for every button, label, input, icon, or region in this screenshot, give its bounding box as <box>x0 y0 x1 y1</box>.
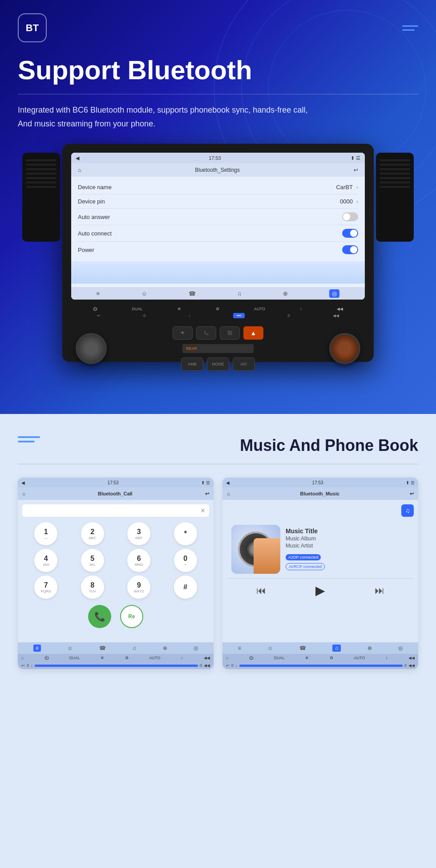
phone-icon[interactable]: ☎ <box>189 290 196 297</box>
power-row[interactable]: Power <box>78 242 358 258</box>
track-title: Music Title <box>286 527 409 535</box>
call-status-icons: ⬆ ☰ <box>201 480 210 485</box>
car-btn-2[interactable]: 📞 <box>196 326 216 340</box>
call-phone-icon[interactable]: ☎ <box>99 645 106 651</box>
cl-recirc[interactable]: ♻ <box>125 656 129 660</box>
call-menu-icon[interactable]: ≡ <box>33 645 41 652</box>
contacts-icon[interactable]: ☺ <box>141 290 147 297</box>
call-back-icon[interactable]: ↩ <box>205 491 209 497</box>
left-knob[interactable] <box>76 333 107 364</box>
screen-settings-list: Device name CarBT › Device pin 0000 › <box>71 177 365 261</box>
settings-icon[interactable]: ◎ <box>329 289 339 298</box>
bluetooth-call-card: ◀ 17:53 ⬆ ☰ ⌂ Bluetooth_Call ↩ ✕ 1 — <box>18 478 214 669</box>
dial-3[interactable]: 3 DEF <box>127 522 150 545</box>
back-arrow[interactable]: ↩ <box>97 313 101 318</box>
call-contacts-icon[interactable]: ☺ <box>67 645 73 651</box>
music-link-icon[interactable]: ⊕ <box>367 645 372 651</box>
music-note-nav-icon[interactable]: ♫ <box>332 645 341 652</box>
car-btn-1[interactable]: 👁 <box>173 326 193 340</box>
mback-left[interactable]: ↩ <box>226 663 230 668</box>
redial-button[interactable]: Re <box>120 605 143 628</box>
auto-connect-row[interactable]: Auto connect <box>78 225 358 242</box>
dial-1[interactable]: 1 — <box>34 522 57 545</box>
mcl-recirc[interactable]: ♻ <box>330 656 333 660</box>
cl-vol[interactable]: ◀◀ <box>204 656 210 660</box>
music-phone-icon[interactable]: ☎ <box>299 645 306 651</box>
dial-4[interactable]: 4 GHI <box>34 549 57 572</box>
recirculate-icon[interactable]: ♻ <box>216 307 219 311</box>
fan-down[interactable]: ↓ <box>189 313 191 318</box>
auto-connect-toggle[interactable] <box>342 229 358 238</box>
call-back-chevron[interactable]: ◀ <box>21 480 25 485</box>
call-button[interactable]: 📞 <box>88 605 111 628</box>
dial-6[interactable]: 6 MNO <box>127 549 150 572</box>
back-icon[interactable]: ↩ <box>354 167 358 173</box>
hazard-btn[interactable]: ▲ <box>243 326 263 340</box>
fan-down-l: ↓ <box>31 663 33 668</box>
cl-auto[interactable]: AUTO <box>149 656 160 660</box>
menu-icon[interactable]: ≡ <box>97 290 100 297</box>
dial-hash[interactable]: # <box>174 576 197 599</box>
right-knob[interactable] <box>329 333 360 364</box>
volume-right[interactable]: ◀◀ <box>333 313 339 318</box>
cl-power[interactable]: ⏻ <box>44 656 48 660</box>
mtemp-bar[interactable] <box>239 665 403 667</box>
play-button[interactable]: ▶ <box>315 583 325 598</box>
dial-0[interactable]: 0 + <box>174 549 197 572</box>
music-status-icons: ⬆ ☰ <box>406 480 415 485</box>
home-icon[interactable]: ⌂ <box>78 167 81 173</box>
music-back-chevron[interactable]: ◀ <box>226 480 230 485</box>
auto-answer-row[interactable]: Auto answer <box>78 209 358 225</box>
link-icon[interactable]: ⊕ <box>283 290 288 297</box>
device-pin-row[interactable]: Device pin 0000 › <box>78 195 358 209</box>
power-btn[interactable]: ⏻ <box>93 307 97 311</box>
menu-button[interactable] <box>402 25 418 31</box>
mode-btn[interactable]: MODE <box>207 357 229 371</box>
mcl-vol[interactable]: ◀◀ <box>408 656 415 660</box>
dial-star[interactable]: * <box>174 522 197 545</box>
music-settings-icon[interactable]: ◎ <box>398 645 403 651</box>
avrcp-badge: AVRCP connected <box>286 563 325 570</box>
temp-slider[interactable]: ━━ <box>233 313 245 318</box>
music-back-icon[interactable]: ↩ <box>410 491 414 497</box>
auto-answer-toggle[interactable] <box>342 212 358 221</box>
head-unit-screen[interactable]: ◀ 17:53 ⬆ ☰ ⌂ Bluetooth_Settings ↩ Devic… <box>71 153 365 300</box>
prev-button[interactable]: ⏮ <box>256 585 266 596</box>
mcl-power[interactable]: ⏻ <box>249 656 253 660</box>
cl-home[interactable]: ⌂ <box>21 656 24 660</box>
bt-logo: BT <box>18 13 47 42</box>
temp-bar-l[interactable] <box>35 665 198 667</box>
dial-9[interactable]: 9 WXYZ <box>127 576 150 599</box>
call-home-icon[interactable]: ⌂ <box>22 491 25 496</box>
music-contacts-icon[interactable]: ☺ <box>267 645 273 651</box>
device-name-row[interactable]: Device name CarBT › <box>78 180 358 195</box>
power-toggle[interactable] <box>342 245 358 254</box>
hero-divider <box>18 94 418 94</box>
next-button[interactable]: ⏭ <box>375 585 384 596</box>
volume-icon[interactable]: ◀◀ <box>337 307 343 311</box>
vol-right[interactable]: ◀◀ <box>204 663 210 668</box>
auto-btn[interactable]: AUTO <box>254 307 265 311</box>
music-playback-controls: ⏮ ▶ ⏭ <box>227 578 414 602</box>
call-settings-icon[interactable]: ◎ <box>194 645 198 651</box>
device-name-chevron: › <box>356 184 358 191</box>
dial-8[interactable]: 8 TUV <box>81 576 104 599</box>
dial-2[interactable]: 2 ABC <box>81 522 104 545</box>
dual-btn[interactable]: DUAL <box>132 307 142 311</box>
amb-btn[interactable]: AMB <box>181 357 203 371</box>
call-search[interactable]: ✕ <box>22 504 209 517</box>
call-music-icon[interactable]: ♫ <box>132 645 136 651</box>
car-btn-3[interactable]: ⬛ <box>220 326 240 340</box>
back-left[interactable]: ↩ <box>21 663 25 668</box>
dial-5[interactable]: 5 JKL <box>81 549 104 572</box>
mvol-right[interactable]: ◀◀ <box>408 663 415 668</box>
mcl-home[interactable]: ⌂ <box>226 656 228 660</box>
ac-btn[interactable]: A/C <box>233 357 255 371</box>
music-menu-icon[interactable]: ≡ <box>238 645 241 651</box>
mcl-auto[interactable]: AUTO <box>354 656 365 660</box>
dial-7[interactable]: 7 PQRS <box>34 576 57 599</box>
call-link-icon[interactable]: ⊕ <box>163 645 167 651</box>
back-chevron[interactable]: ◀ <box>76 155 79 161</box>
music-home-icon[interactable]: ⌂ <box>227 491 230 496</box>
music-icon[interactable]: ♫ <box>237 290 242 297</box>
